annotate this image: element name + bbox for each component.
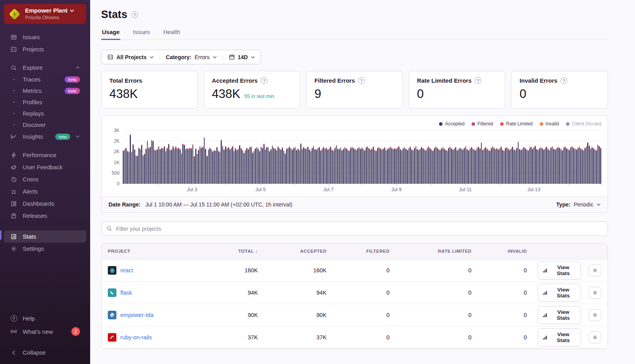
chart-bar [227,148,228,184]
project-link[interactable]: react [120,267,133,273]
chart-bar [158,146,160,184]
sidebar-item-metrics[interactable]: Metrics beta [4,85,86,96]
sidebar-item-traces[interactable]: Traces beta [4,74,86,85]
legend-item-invalid[interactable]: Invalid [540,121,559,127]
chart-bar [333,150,334,184]
chart-bar [245,150,246,184]
clock-icon [10,176,17,183]
sidebar-item-insights[interactable]: Insights new [4,130,86,143]
project-selector-value: All Projects [116,54,147,60]
cell-accepted: 94K [263,282,332,304]
chart-bar [504,150,505,184]
legend-dot [540,122,543,126]
sidebar-item-label: Issues [23,34,40,40]
project-settings-button[interactable] [589,331,601,343]
view-stats-button[interactable]: View Stats [538,306,581,324]
card-value: 438K [212,87,240,101]
col-total[interactable]: TOTAL ↓ [207,243,263,259]
chart-bar [589,145,590,184]
chart-bar [320,150,321,184]
date-range-selector[interactable]: 14D [223,54,261,60]
gear-icon [592,268,598,273]
sidebar-item-label: Alerts [23,188,38,195]
sidebar-item-profiles[interactable]: Profiles [4,96,86,108]
view-stats-button[interactable]: View Stats [538,284,581,302]
project-settings-button[interactable] [589,287,601,299]
card-rate-limited-errors: Rate Limited Errors? 0 [409,71,506,109]
col-accepted[interactable]: ACCEPTED [263,243,332,259]
chart-bar [386,150,387,184]
sidebar-item-issues[interactable]: Issues [4,31,86,43]
sidebar-item-replays[interactable]: Replays [4,108,86,119]
chart-bar [235,148,236,184]
chart-bar [364,150,365,184]
sidebar-item-releases[interactable]: Releases [4,210,86,222]
org-switcher[interactable]: Empower Plant Priscila Oliveira [4,4,86,24]
help-button[interactable]: ? Help [4,312,86,324]
chart-bar [421,147,422,184]
sidebar-item-label: Crons [23,176,38,183]
org-meta: Empower Plant Priscila Oliveira [25,7,74,21]
x-axis-tick [568,184,569,186]
view-stats-button[interactable]: View Stats [538,261,581,279]
sidebar-item-settings[interactable]: Settings [4,243,86,255]
col-invalid[interactable]: INVALID [477,243,532,259]
project-filter-input[interactable] [116,226,603,232]
card-help-icon[interactable]: ? [358,77,365,84]
cell-filtered: 0 [332,282,395,304]
sidebar-item-user-feedback[interactable]: User Feedback [4,161,86,173]
chart-bar [140,149,141,184]
chart-type-selector[interactable]: Type: Periodic [556,201,601,208]
project-link[interactable]: ruby-on-rails [120,334,152,340]
sidebar-item-dashboards[interactable]: Dashboards [4,197,86,210]
sidebar-section-explore[interactable]: Explore [4,62,86,74]
project-link[interactable]: flask [120,290,132,296]
sidebar-item-discover[interactable]: Discover [4,119,86,130]
project-settings-button[interactable] [589,264,601,276]
col-filtered[interactable]: FILTERED [332,243,395,259]
tab-issues[interactable]: Issues [132,29,151,40]
chart-bar [383,148,384,184]
chart-footer: Date Range: Jul 1 10:00 AM — Jul 15 11:0… [102,196,608,212]
date-range-label: Date Range: [109,201,141,208]
chart-bar [523,147,524,184]
page-help-icon[interactable]: ? [131,11,138,18]
sidebar-item-projects[interactable]: Projects [4,43,86,55]
card-help-icon[interactable]: ? [561,77,567,84]
gear-icon [592,290,598,295]
chart-bar [275,148,276,184]
legend-item-filtered[interactable]: Filtered [472,121,493,127]
sidebar-item-performance[interactable]: Performance [4,149,86,161]
chart-bar [261,147,262,184]
chart-bar [575,148,576,184]
chart-bar [493,148,495,184]
chart-bar [345,147,346,184]
chart-bar [259,151,260,184]
col-rate-limited[interactable]: RATE LIMITED [395,243,477,259]
tab-usage[interactable]: Usage [101,29,120,40]
tab-health[interactable]: Health [162,29,181,40]
legend-item-client-discard[interactable]: Client Discard [566,121,601,127]
collapse-button[interactable]: Collapse [4,346,86,359]
view-stats-button[interactable]: View Stats [538,328,581,346]
sidebar-item-crons[interactable]: Crons [4,173,86,185]
chart-bar [513,149,515,184]
card-help-icon[interactable]: ? [261,77,267,84]
legend-label: Invalid [546,121,559,127]
project-link[interactable]: empower-tda [120,312,154,318]
chart-bar [536,149,537,184]
legend-item-accepted[interactable]: Accepted [439,121,464,127]
sidebar-item-stats[interactable]: Stats [4,230,86,243]
legend-item-rate-limited[interactable]: Rate Limited [500,121,532,127]
box-icon [10,213,17,219]
card-help-icon[interactable]: ? [475,77,481,84]
chart-bar [475,150,476,184]
chart-bar [185,149,187,184]
whats-new-button[interactable]: What's new 2 [4,324,86,339]
project-selector[interactable]: All Projects [102,54,160,60]
chart-bar [148,148,149,184]
project-settings-button[interactable] [589,309,601,321]
chart-bar [290,148,292,184]
sidebar-item-alerts[interactable]: Alerts [4,185,86,197]
category-selector[interactable]: Category: Errors [160,54,222,60]
